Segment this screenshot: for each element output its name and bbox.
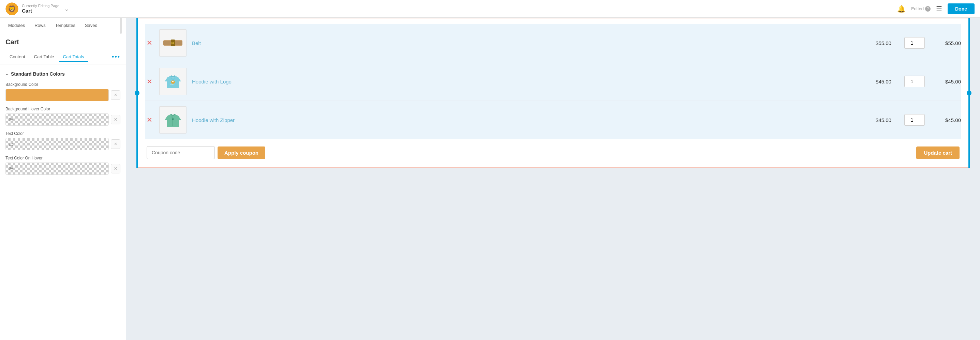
color-input-row-bg-hover: 🗁 × (5, 114, 120, 126)
section-label: Standard Button Colors (11, 71, 65, 77)
field-label-text-hover: Text Color On Hover (5, 156, 120, 160)
coupon-row: Apply coupon Update cart (145, 146, 961, 159)
product-qty (904, 76, 925, 87)
sidebar-tabs: Modules Rows Templates Saved (0, 18, 126, 34)
left-handle-circle[interactable] (135, 91, 140, 95)
main-layout: Modules Rows Templates Saved Cart Conten… (0, 18, 980, 340)
bell-icon[interactable]: 🔔 (897, 5, 906, 13)
topbar-title: Cart (22, 8, 59, 14)
color-swatch-text-hover[interactable]: 🗁 (5, 163, 109, 175)
topbar-subtitle: Currently Editing Page (22, 4, 59, 8)
color-clear-bg[interactable]: × (111, 90, 120, 100)
eyedropper-icon-text[interactable]: 🗁 (6, 138, 108, 150)
color-clear-bg-hover[interactable]: × (111, 115, 120, 124)
done-button[interactable]: Done (948, 3, 975, 14)
qty-input[interactable] (904, 76, 925, 87)
qty-input[interactable] (904, 114, 925, 126)
topbar: 🦁 Currently Editing Page Cart ⌄ 🔔 Edited… (0, 0, 980, 18)
sidebar-content: ⌄ Standard Button Colors Background Colo… (0, 64, 126, 340)
topbar-left: 🦁 Currently Editing Page Cart ⌄ (5, 2, 69, 15)
product-total: $45.00 (930, 79, 961, 84)
field-text-color-hover: Text Color On Hover 🗁 × (0, 153, 126, 177)
product-name[interactable]: Belt (192, 40, 863, 46)
product-qty (904, 37, 925, 49)
color-clear-text-hover[interactable]: × (111, 164, 120, 173)
help-icon[interactable]: ? (925, 6, 931, 11)
eyedropper-icon-text-hover[interactable]: 🗁 (6, 163, 108, 174)
product-price: $55.00 (868, 40, 899, 46)
left-resize-handle[interactable] (137, 18, 138, 168)
logo-icon: 🦁 (5, 2, 18, 15)
product-qty (904, 114, 925, 126)
update-cart-button[interactable]: Update cart (916, 147, 959, 159)
topbar-right: 🔔 Edited ? ☰ Done (897, 3, 975, 14)
field-text-color: Text Color 🗁 × (0, 128, 126, 153)
table-row: ✕ Hoodie with Zipper $45.00 (145, 101, 961, 139)
product-total: $55.00 (930, 40, 961, 46)
svg-point-8 (172, 81, 173, 82)
hoodie-logo-icon: LOGO (162, 71, 184, 92)
right-resize-handle[interactable] (969, 18, 970, 168)
cart-container: ✕ Belt $55.00 (137, 18, 970, 168)
field-label-bg-color: Background Color (5, 82, 120, 87)
color-input-row-text: 🗁 × (5, 138, 120, 150)
product-name[interactable]: Hoodie with Zipper (192, 117, 863, 123)
sidebar-subtab-more[interactable]: ••• (112, 54, 120, 61)
remove-item-button[interactable]: ✕ (145, 76, 154, 87)
topbar-chevron-icon[interactable]: ⌄ (64, 5, 69, 13)
sidebar-panel-title: Cart (0, 34, 126, 50)
hoodie-zipper-icon (162, 109, 184, 131)
sidebar-tab-modules[interactable]: Modules (4, 20, 29, 32)
product-price: $45.00 (868, 117, 899, 123)
sidebar-subtab-cart-table[interactable]: Cart Table (30, 52, 58, 62)
topbar-title-group: Currently Editing Page Cart (22, 4, 59, 14)
coupon-left: Apply coupon (146, 146, 265, 159)
sidebar-subtab-content[interactable]: Content (5, 52, 29, 62)
sidebar-tab-templates[interactable]: Templates (51, 20, 80, 32)
sidebar-scrollbar[interactable] (120, 18, 122, 34)
sidebar-tab-rows[interactable]: Rows (30, 20, 50, 32)
field-background-color: Background Color × (0, 79, 126, 104)
field-label-text-color: Text Color (5, 131, 120, 136)
coupon-input[interactable] (146, 146, 215, 159)
svg-text:LOGO: LOGO (170, 84, 176, 85)
product-image (159, 106, 186, 134)
color-swatch-text[interactable]: 🗁 (5, 138, 109, 150)
product-total: $45.00 (930, 117, 961, 123)
color-clear-text[interactable]: × (111, 139, 120, 149)
apply-coupon-button[interactable]: Apply coupon (218, 147, 265, 159)
eyedropper-icon-bg-hover[interactable]: 🗁 (6, 114, 108, 125)
remove-item-button[interactable]: ✕ (145, 114, 154, 125)
topbar-edited-status: Edited ? (911, 6, 931, 11)
sidebar-tab-saved[interactable]: Saved (81, 20, 102, 32)
color-swatch-bg[interactable] (5, 89, 109, 101)
color-swatch-bg-hover[interactable]: 🗁 (5, 114, 109, 126)
svg-point-6 (172, 42, 173, 44)
right-handle-circle[interactable] (967, 91, 972, 95)
section-standard-button-colors[interactable]: ⌄ Standard Button Colors (0, 68, 126, 79)
table-row: ✕ LOGO Hoodie with Logo $45.00 (145, 62, 961, 101)
svg-text:🦁: 🦁 (8, 5, 16, 13)
color-input-row-text-hover: 🗁 × (5, 163, 120, 175)
belt-icon (162, 32, 184, 54)
product-name[interactable]: Hoodie with Logo (192, 79, 863, 84)
color-input-row-bg: × (5, 89, 120, 101)
chevron-icon: ⌄ (5, 71, 9, 76)
field-background-hover-color: Background Hover Color 🗁 × (0, 104, 126, 128)
field-label-bg-hover: Background Hover Color (5, 107, 120, 111)
canvas-area: ✕ Belt $55.00 (126, 18, 980, 340)
list-icon[interactable]: ☰ (936, 5, 942, 13)
qty-input[interactable] (904, 37, 925, 49)
sidebar-subtab-cart-totals[interactable]: Cart Totals (59, 52, 88, 62)
table-row: ✕ Belt $55.00 (145, 24, 961, 62)
product-image: LOGO (159, 68, 186, 95)
product-image (159, 29, 186, 57)
sidebar: Modules Rows Templates Saved Cart Conten… (0, 18, 126, 340)
remove-item-button[interactable]: ✕ (145, 38, 154, 48)
product-price: $45.00 (868, 79, 899, 84)
sidebar-subtabs: Content Cart Table Cart Totals ••• (0, 50, 126, 64)
